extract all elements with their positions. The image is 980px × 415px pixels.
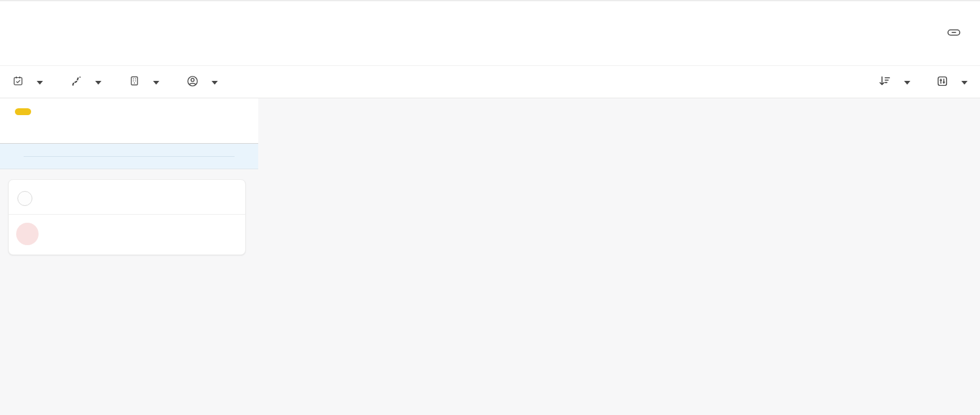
annualized-value-bar	[0, 143, 258, 169]
sort-selector[interactable]	[879, 75, 910, 89]
expected-date-filter[interactable]	[12, 75, 43, 88]
lead-avatar	[17, 191, 32, 206]
owner-avatar[interactable]	[16, 223, 39, 245]
pipeline-icon	[70, 75, 82, 89]
card-header	[9, 180, 245, 214]
page-header	[0, 1, 980, 66]
chevron-down-icon	[153, 81, 159, 85]
pipeline-filter[interactable]	[70, 75, 101, 89]
column-header	[0, 98, 258, 143]
chevron-down-icon	[37, 81, 43, 85]
users-filter[interactable]	[187, 75, 218, 89]
card-footer	[9, 214, 245, 254]
card-list	[0, 169, 258, 415]
leads-filter[interactable]	[129, 75, 159, 88]
link-icon	[946, 25, 961, 42]
filter-toolbar	[0, 66, 980, 98]
pipeline-column	[0, 98, 258, 415]
options-menu[interactable]	[936, 75, 968, 89]
copy-link-button[interactable]	[944, 22, 964, 44]
chevron-down-icon	[212, 81, 218, 85]
chevron-down-icon	[904, 81, 910, 85]
opportunity-card[interactable]	[8, 179, 246, 255]
pipeline-board	[0, 98, 980, 415]
dotted-leader	[24, 156, 235, 157]
options-icon	[936, 75, 948, 89]
pipeline-page	[0, 0, 980, 415]
chevron-down-icon	[95, 81, 101, 85]
building-icon	[129, 75, 140, 88]
stage-badge	[15, 108, 31, 115]
user-circle-icon	[187, 75, 198, 89]
sort-descending-icon	[879, 75, 891, 89]
chevron-down-icon	[961, 81, 968, 85]
calendar-check-icon	[12, 75, 24, 88]
